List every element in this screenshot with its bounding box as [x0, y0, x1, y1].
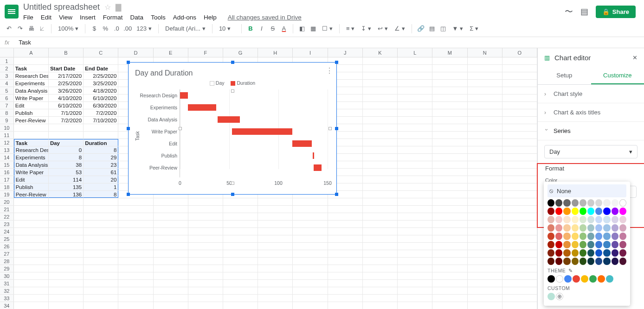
color-swatch[interactable] [580, 208, 586, 215]
color-swatch[interactable] [555, 233, 562, 240]
row-header[interactable]: 30 [0, 272, 14, 279]
col-header[interactable]: D [118, 48, 153, 57]
undo-icon[interactable]: ↶ [5, 25, 13, 32]
color-swatch[interactable] [612, 258, 618, 265]
chart-bar[interactable] [188, 104, 216, 111]
rotate-dropdown[interactable]: ∠▾ [393, 24, 407, 33]
color-swatch[interactable] [572, 249, 579, 257]
col-header[interactable]: C [84, 48, 118, 57]
row-header[interactable]: 5 [0, 87, 14, 94]
merge-dropdown[interactable]: ☐▾ [320, 24, 335, 33]
row-header[interactable]: 12 [0, 139, 14, 146]
section-series[interactable]: ›Series [538, 122, 644, 140]
row-header[interactable]: 7 [0, 102, 14, 109]
italic-button[interactable]: I [258, 25, 266, 32]
explore-icon[interactable]: 〜 [565, 6, 573, 17]
star-icon[interactable]: ☆ [104, 3, 111, 12]
row-header[interactable]: 3 [0, 72, 14, 79]
row-header[interactable]: 14 [0, 154, 14, 161]
add-custom-color[interactable]: ⊕ [556, 293, 563, 300]
row-header[interactable]: 18 [0, 183, 14, 190]
color-swatch[interactable] [556, 275, 563, 283]
row-header[interactable]: 27 [0, 250, 14, 257]
color-swatch[interactable] [587, 199, 594, 207]
col-header[interactable]: B [49, 48, 84, 57]
color-swatch[interactable] [587, 249, 594, 257]
tab-customize[interactable]: Customize [591, 67, 644, 84]
row-header[interactable]: 17 [0, 176, 14, 183]
color-swatch[interactable] [547, 208, 554, 215]
color-swatch[interactable] [603, 258, 610, 265]
row-header[interactable]: 26 [0, 243, 14, 250]
color-swatch[interactable] [547, 249, 554, 257]
color-swatch[interactable] [603, 216, 610, 223]
color-swatch[interactable] [612, 208, 618, 215]
row-header[interactable]: 16 [0, 169, 14, 176]
row-header[interactable]: 10 [0, 124, 14, 131]
color-swatch[interactable] [612, 249, 618, 257]
color-swatch[interactable] [603, 249, 610, 257]
col-header[interactable]: E [154, 48, 188, 57]
color-swatch[interactable] [612, 216, 618, 223]
format-percent-icon[interactable]: % [101, 25, 109, 32]
color-swatch[interactable] [619, 258, 626, 265]
menu-file[interactable]: File [23, 14, 33, 21]
section-chart-style[interactable]: ›Chart style [538, 85, 644, 103]
share-button[interactable]: 🔒 Share [596, 6, 636, 18]
color-swatch[interactable] [587, 216, 594, 223]
tab-setup[interactable]: Setup [538, 67, 591, 84]
color-swatch[interactable] [612, 199, 618, 207]
color-swatch[interactable] [572, 258, 579, 265]
color-swatch[interactable] [587, 208, 594, 215]
col-header[interactable]: M [432, 48, 467, 57]
color-swatch[interactable] [580, 216, 586, 223]
wrap-dropdown[interactable]: ↩▾ [376, 24, 390, 33]
color-swatch[interactable] [603, 199, 610, 207]
color-swatch[interactable] [587, 224, 594, 232]
color-swatch[interactable] [563, 233, 570, 240]
color-swatch[interactable] [572, 216, 579, 223]
color-swatch[interactable] [603, 224, 610, 232]
formula-bar[interactable]: fx Task [0, 37, 644, 48]
row-header[interactable]: 34 [0, 302, 14, 309]
color-swatch[interactable] [572, 199, 579, 207]
redo-icon[interactable]: ↷ [16, 25, 24, 32]
row-header[interactable]: 4 [0, 80, 14, 87]
color-swatch[interactable] [563, 258, 570, 265]
chart-bar[interactable] [314, 164, 322, 171]
row-header[interactable]: 19 [0, 191, 14, 198]
row-header[interactable]: 1 [0, 57, 14, 64]
row-header[interactable]: 9 [0, 117, 14, 124]
color-swatch[interactable] [603, 233, 610, 240]
halign-dropdown[interactable]: ≡▾ [344, 24, 357, 33]
row-header[interactable]: 28 [0, 258, 14, 265]
color-swatch[interactable] [612, 224, 618, 232]
menu-insert[interactable]: Insert [80, 14, 96, 21]
color-swatch[interactable] [587, 233, 594, 240]
color-swatch[interactable] [580, 199, 586, 207]
row-header[interactable]: 2 [0, 65, 14, 72]
borders-icon[interactable]: ▦ [309, 25, 317, 32]
text-color-button[interactable]: A [280, 25, 288, 32]
chart-icon[interactable]: ◫ [439, 25, 447, 32]
row-header[interactable]: 8 [0, 109, 14, 116]
chart-bar[interactable] [232, 128, 292, 135]
more-formats-dropdown[interactable]: 123▾ [135, 24, 154, 33]
color-swatch[interactable] [547, 275, 555, 283]
color-swatch[interactable] [555, 208, 562, 215]
chart-bar[interactable] [292, 140, 312, 147]
color-swatch[interactable] [572, 224, 579, 232]
color-swatch[interactable] [587, 241, 594, 248]
row-header[interactable]: 11 [0, 132, 14, 139]
filter-dropdown[interactable]: ▼▾ [450, 24, 465, 33]
col-header[interactable]: N [468, 48, 502, 57]
row-header[interactable]: 23 [0, 221, 14, 227]
color-swatch[interactable] [572, 233, 579, 240]
chart-bar[interactable] [218, 116, 240, 123]
spreadsheet-grid[interactable]: A B C D E F G H I J K L M N O 12TaskStar… [0, 48, 537, 309]
color-swatch[interactable] [555, 258, 562, 265]
color-swatch[interactable] [603, 241, 610, 248]
row-header[interactable]: 22 [0, 213, 14, 220]
col-header[interactable]: G [223, 48, 258, 57]
color-swatch[interactable] [580, 233, 586, 240]
